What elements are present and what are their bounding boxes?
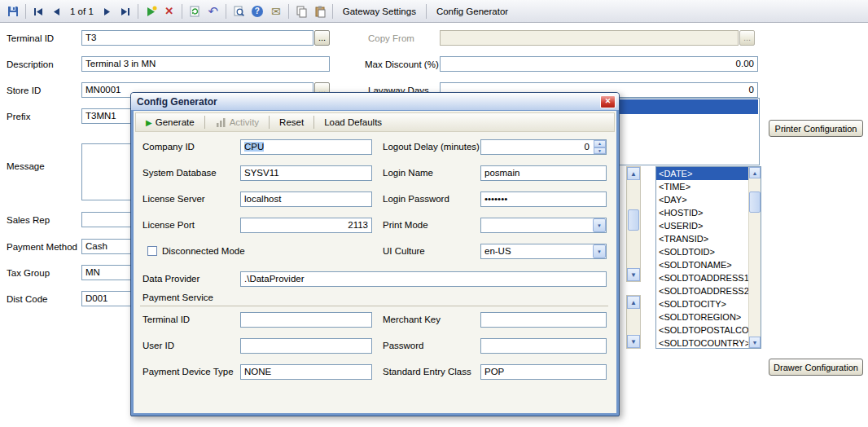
- token-list-item[interactable]: <HOSTID>: [656, 206, 748, 219]
- scroll-down-button[interactable]: ▼: [749, 337, 761, 348]
- spin-up-button[interactable]: ▲: [594, 140, 606, 147]
- user-id-field[interactable]: [240, 338, 372, 354]
- description-label: Description: [7, 59, 54, 69]
- email-button[interactable]: ✉: [267, 2, 285, 20]
- token-list-item[interactable]: <SOLDTONAME>: [656, 258, 748, 271]
- token-list-item[interactable]: <SOLDTOADDRESS2>: [656, 284, 748, 297]
- config-generator-button[interactable]: Config Generator: [430, 4, 515, 19]
- generate-button[interactable]: ▶ Generate: [141, 116, 199, 129]
- license-port-label: License Port: [142, 220, 195, 230]
- ui-culture-dropdown-button[interactable]: ▼: [593, 244, 606, 258]
- printer-configuration-button[interactable]: Printer Configuration: [769, 120, 863, 137]
- token-list-item[interactable]: <SOLDTOADDRESS1>: [656, 271, 748, 284]
- scroll-up-button[interactable]: ▲: [749, 167, 761, 178]
- print-preview-button[interactable]: [230, 2, 248, 20]
- toolbar-separator: [182, 4, 182, 19]
- token-items[interactable]: <DATE><TIME><DAY><HOSTID><USERID><TRANSI…: [656, 167, 748, 348]
- payment-terminal-id-field[interactable]: [240, 312, 372, 328]
- token-list-item[interactable]: <SOLDTOCITY>: [656, 297, 748, 310]
- paste-button[interactable]: [311, 2, 329, 20]
- arrow-up-icon: ▲: [630, 170, 637, 178]
- terminal-id-field[interactable]: T3: [81, 30, 313, 46]
- help-button[interactable]: ?: [248, 2, 266, 20]
- login-password-field[interactable]: •••••••: [480, 191, 607, 207]
- run-button[interactable]: [142, 2, 160, 20]
- sales-rep-label: Sales Rep: [7, 215, 50, 225]
- reset-button[interactable]: Reset: [274, 116, 309, 129]
- dist-code-label: Dist Code: [7, 294, 48, 304]
- footer-scrollbar[interactable]: ▲ ▼: [626, 295, 641, 349]
- company-id-label: Company ID: [142, 142, 195, 152]
- tax-group-label: Tax Group: [7, 268, 50, 278]
- chevron-down-icon: ▼: [597, 223, 602, 228]
- logout-delay-field[interactable]: 0: [480, 139, 607, 155]
- max-discount-field[interactable]: 0.00: [440, 56, 758, 72]
- scroll-up-button[interactable]: ▲: [627, 296, 640, 309]
- gateway-settings-button[interactable]: Gateway Settings: [336, 4, 423, 19]
- ui-culture-field[interactable]: en-US: [480, 244, 607, 259]
- token-list-item[interactable]: <SOLDTOCOUNTRY>: [656, 337, 748, 348]
- refresh-button[interactable]: [186, 2, 204, 20]
- token-list-item[interactable]: <DAY>: [656, 193, 748, 206]
- store-id-label: Store ID: [7, 86, 41, 95]
- disconnected-mode-checkbox[interactable]: [147, 246, 157, 256]
- last-record-button[interactable]: [116, 2, 134, 20]
- copy-button[interactable]: [292, 2, 310, 20]
- standard-entry-class-field[interactable]: POP: [480, 364, 607, 380]
- dialog-titlebar[interactable]: Config Generator ✕: [131, 93, 619, 110]
- token-list-item[interactable]: <TIME>: [656, 180, 748, 193]
- drawer-configuration-button[interactable]: Drawer Configuration: [769, 359, 863, 376]
- load-defaults-button[interactable]: Load Defaults: [319, 116, 387, 129]
- header-scrollbar[interactable]: ▲ ▼: [626, 166, 641, 282]
- arrow-down-icon: ▼: [752, 340, 758, 346]
- login-name-field[interactable]: posmain: [480, 165, 607, 181]
- description-field[interactable]: Terminal 3 in MN: [81, 56, 330, 72]
- scroll-thumb[interactable]: [749, 191, 761, 213]
- save-button[interactable]: [4, 2, 22, 20]
- spin-down-button[interactable]: ▼: [594, 147, 606, 155]
- payment-terminal-id-label: Terminal ID: [142, 315, 190, 324]
- dialog-toolbar: ▶ Generate Activity Reset Load Defaults: [135, 112, 615, 132]
- payment-password-label: Password: [383, 341, 424, 350]
- token-list-item[interactable]: <DATE>: [656, 167, 748, 180]
- license-port-field[interactable]: 2113: [240, 218, 372, 233]
- max-discount-label: Max Discount (%): [365, 59, 439, 69]
- scroll-down-button[interactable]: ▼: [627, 268, 640, 281]
- toolbar-separator: [269, 116, 270, 129]
- token-list-item[interactable]: <USERID>: [656, 219, 748, 232]
- print-mode-dropdown-button[interactable]: ▼: [593, 218, 606, 232]
- activity-button[interactable]: Activity: [210, 115, 264, 130]
- undo-button[interactable]: ↶: [204, 2, 222, 20]
- license-server-field[interactable]: localhost: [240, 191, 372, 207]
- payment-service-title: Payment Service: [142, 293, 213, 302]
- scroll-up-button[interactable]: ▲: [627, 167, 640, 180]
- payment-device-type-field[interactable]: NONE: [240, 364, 372, 380]
- group-divider: [140, 306, 608, 306]
- arrow-up-icon: ▲: [752, 170, 758, 176]
- token-list-item[interactable]: <SOLDTOREGION>: [656, 310, 748, 324]
- delete-icon: ✕: [164, 5, 173, 17]
- scroll-down-button[interactable]: ▼: [627, 335, 640, 348]
- token-list-item[interactable]: <SOLDTOPOSTALCODE>: [656, 324, 748, 337]
- system-database-field[interactable]: SYSV11: [240, 165, 372, 181]
- company-id-field[interactable]: CPU: [240, 139, 372, 155]
- arrow-down-icon: ▼: [598, 148, 602, 153]
- toolbar-separator: [204, 116, 205, 129]
- data-provider-field[interactable]: .\DataProvider: [240, 271, 607, 287]
- delete-button[interactable]: ✕: [160, 2, 178, 20]
- print-mode-field[interactable]: [480, 218, 607, 233]
- help-icon: ?: [252, 6, 263, 17]
- dialog-close-button[interactable]: ✕: [600, 95, 616, 108]
- next-record-button[interactable]: [98, 2, 116, 20]
- terminal-id-browse-button[interactable]: ...: [314, 30, 330, 46]
- first-record-button[interactable]: [29, 2, 47, 20]
- scroll-thumb[interactable]: [628, 209, 639, 231]
- previous-record-button[interactable]: [48, 2, 66, 20]
- token-list-scrollbar[interactable]: ▲ ▼: [748, 167, 761, 348]
- token-list-item[interactable]: <SOLDTOID>: [656, 245, 748, 258]
- token-list-item[interactable]: <TRANSID>: [656, 232, 748, 245]
- payment-password-field[interactable]: [480, 338, 607, 354]
- merchant-key-field[interactable]: [480, 312, 607, 328]
- email-icon: ✉: [271, 5, 281, 18]
- ui-culture-label: UI Culture: [383, 246, 425, 256]
